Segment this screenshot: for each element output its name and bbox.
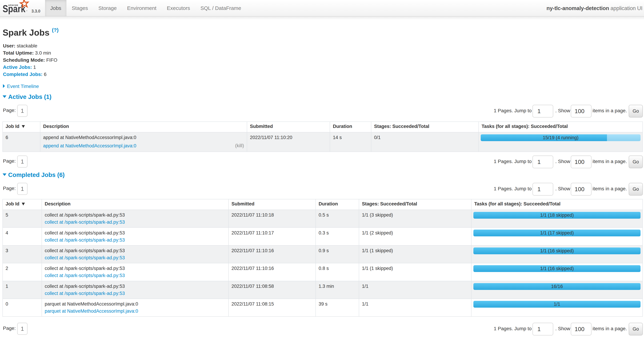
svg-text:™: ™ <box>26 10 28 12</box>
svg-text:APACHE: APACHE <box>8 4 18 6</box>
